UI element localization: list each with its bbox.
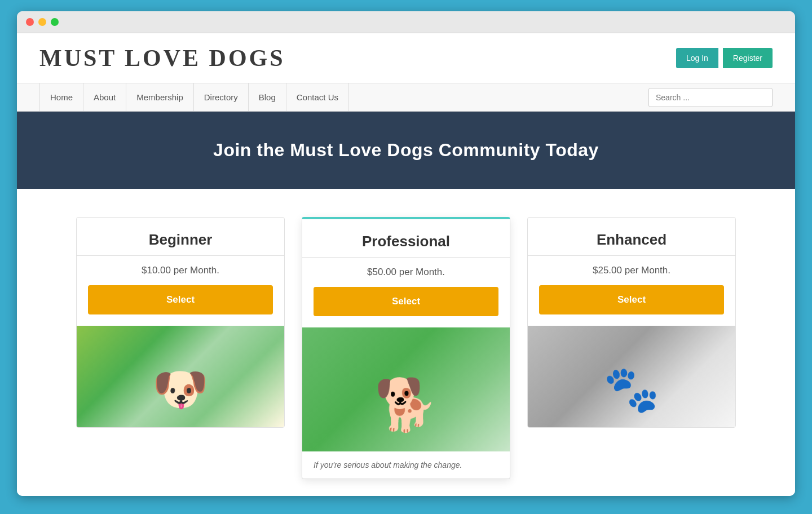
nav-item-contact[interactable]: Contact Us xyxy=(286,83,349,111)
hero-banner: Join the Must Love Dogs Community Today xyxy=(17,112,795,189)
plan-price-professional: $50.00 per Month. xyxy=(302,258,510,287)
minimize-dot[interactable] xyxy=(38,18,46,26)
plan-price-enhanced: $25.00 per Month. xyxy=(528,256,735,285)
site-nav: Home About Membership Directory Blog Con… xyxy=(17,83,795,112)
nav-item-directory[interactable]: Directory xyxy=(194,83,249,111)
site-logo: MUST LOVE DOGS xyxy=(39,45,285,72)
nav-item-home[interactable]: Home xyxy=(39,83,83,111)
membership-section: Beginner $10.00 per Month. Select Profes… xyxy=(17,189,795,496)
plan-image-professional xyxy=(302,327,510,451)
hero-title: Join the Must Love Dogs Community Today xyxy=(39,140,773,161)
plans-container: Beginner $10.00 per Month. Select Profes… xyxy=(39,217,773,479)
plan-name-professional: Professional xyxy=(314,233,498,250)
browser-chrome xyxy=(17,11,795,33)
plan-image-beginner xyxy=(77,326,284,427)
site-header: MUST LOVE DOGS Log In Register xyxy=(17,33,795,83)
nav-search xyxy=(648,88,773,107)
close-dot[interactable] xyxy=(26,18,34,26)
maximize-dot[interactable] xyxy=(51,18,59,26)
plan-card-beginner: Beginner $10.00 per Month. Select xyxy=(76,217,285,428)
nav-item-blog[interactable]: Blog xyxy=(249,83,286,111)
search-input[interactable] xyxy=(648,88,773,107)
plan-header-beginner: Beginner xyxy=(77,218,284,256)
plan-card-professional: Professional $50.00 per Month. Select If… xyxy=(302,217,510,479)
select-button-professional[interactable]: Select xyxy=(314,287,498,316)
logo-text: MUST LOVE DOGS xyxy=(39,45,285,71)
nav-item-membership[interactable]: Membership xyxy=(126,83,194,111)
plan-card-enhanced: Enhanced $25.00 per Month. Select xyxy=(527,217,736,428)
plan-description-professional: If you're serious about making the chang… xyxy=(302,451,510,478)
plan-header-enhanced: Enhanced xyxy=(528,218,735,256)
plan-name-enhanced: Enhanced xyxy=(539,231,724,249)
select-button-beginner[interactable]: Select xyxy=(88,285,273,314)
header-actions: Log In Register xyxy=(676,48,773,68)
nav-item-about[interactable]: About xyxy=(83,83,126,111)
login-button[interactable]: Log In xyxy=(676,48,718,68)
plan-header-professional: Professional xyxy=(302,219,510,258)
register-button[interactable]: Register xyxy=(723,48,773,68)
plan-name-beginner: Beginner xyxy=(88,231,273,249)
browser-window: MUST LOVE DOGS Log In Register Home Abou… xyxy=(17,11,795,496)
plan-image-enhanced xyxy=(528,326,735,427)
plan-price-beginner: $10.00 per Month. xyxy=(77,256,284,285)
nav-links: Home About Membership Directory Blog Con… xyxy=(39,83,349,111)
select-button-enhanced[interactable]: Select xyxy=(539,285,724,314)
